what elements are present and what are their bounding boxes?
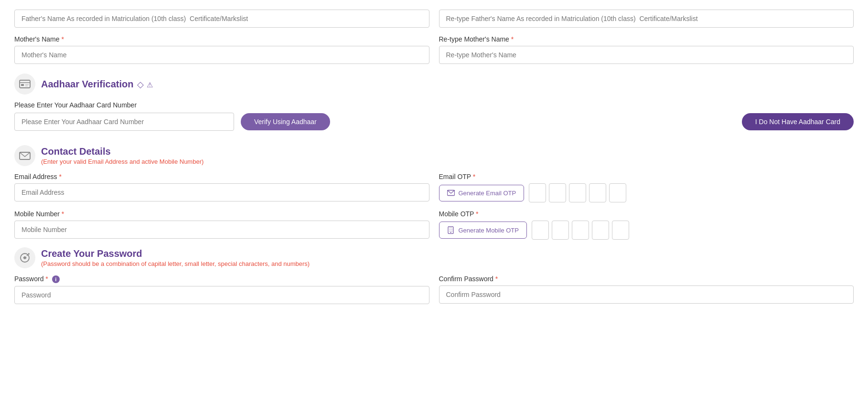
- password-label: Password * i: [14, 275, 429, 283]
- retype-fathers-name-col: [439, 10, 854, 28]
- mobile-otp-icon: [447, 226, 455, 234]
- password-col: Password * i: [14, 275, 429, 304]
- password-section-header: Create Your Password (Password should be…: [14, 247, 854, 268]
- email-label: Email Address *: [14, 173, 429, 180]
- password-row: Password * i Confirm Password *: [14, 275, 854, 304]
- retype-mothers-name-required: *: [511, 35, 514, 43]
- fathers-name-input[interactable]: [14, 10, 429, 28]
- aadhaar-title-wrap: Aadhaar Verification ◇ ⚠: [41, 79, 153, 90]
- contact-section-subtitle: (Enter your valid Email Address and acti…: [41, 158, 204, 165]
- mobile-otp-required: *: [476, 210, 478, 218]
- contact-title-wrap: Contact Details (Enter your valid Email …: [41, 146, 204, 165]
- mobile-col: Mobile Number *: [14, 210, 429, 240]
- contact-icon: [14, 145, 35, 166]
- mobile-label: Mobile Number *: [14, 210, 429, 218]
- mobile-otp-box-3[interactable]: [572, 221, 589, 240]
- mobile-otp-section: Generate Mobile OTP: [439, 221, 854, 240]
- mothers-name-label: Mother's Name *: [14, 35, 429, 43]
- email-otp-section: Generate Email OTP: [439, 183, 854, 202]
- email-otp-boxes: [529, 183, 626, 202]
- retype-mothers-name-input[interactable]: [439, 46, 854, 64]
- mobile-otp-box-2[interactable]: [552, 221, 569, 240]
- svg-rect-2: [21, 84, 24, 86]
- password-input[interactable]: [14, 286, 429, 304]
- mobile-otp-box-5[interactable]: [612, 221, 629, 240]
- aadhaar-input-row: Verify Using Aadhaar I Do Not Have Aadha…: [14, 113, 854, 131]
- generate-email-otp-button[interactable]: Generate Email OTP: [439, 185, 525, 201]
- confirm-password-label: Confirm Password *: [439, 275, 854, 283]
- email-otp-box-1[interactable]: [529, 183, 546, 202]
- confirm-password-input[interactable]: [439, 285, 854, 304]
- email-row: Email Address * Email OTP * Generate Ema…: [14, 173, 854, 202]
- mobile-input[interactable]: [14, 221, 429, 239]
- email-otp-required: *: [473, 173, 475, 180]
- confirm-password-required: *: [495, 275, 498, 283]
- aadhaar-icon: [14, 74, 35, 95]
- aadhaar-input[interactable]: [14, 113, 234, 131]
- aadhaar-section-header: Aadhaar Verification ◇ ⚠: [14, 74, 854, 95]
- password-title-wrap: Create Your Password (Password should be…: [41, 248, 310, 267]
- warning-icon: ⚠: [147, 81, 153, 89]
- fathers-name-row: [14, 10, 854, 28]
- mothers-name-input[interactable]: [14, 46, 429, 64]
- email-otp-box-5[interactable]: [609, 183, 626, 202]
- mothers-name-col: Mother's Name *: [14, 35, 429, 64]
- aadhaar-input-wrap: [14, 113, 234, 131]
- generate-mobile-otp-button[interactable]: Generate Mobile OTP: [439, 222, 527, 239]
- verify-aadhaar-button[interactable]: Verify Using Aadhaar: [241, 113, 330, 130]
- email-otp-box-4[interactable]: [589, 183, 606, 202]
- mobile-required: *: [62, 210, 64, 218]
- fathers-name-col: [14, 10, 429, 28]
- mobile-otp-box-1[interactable]: [532, 221, 549, 240]
- retype-mothers-name-label: Re-type Mother's Name *: [439, 35, 854, 43]
- password-section-subtitle: (Password should be a combination of cap…: [41, 260, 310, 267]
- mothers-name-row: Mother's Name * Re-type Mother's Name *: [14, 35, 854, 64]
- email-otp-col: Email OTP * Generate Email OTP: [439, 173, 854, 202]
- email-required: *: [59, 173, 61, 180]
- contact-section-title: Contact Details: [41, 146, 204, 157]
- email-otp-label: Email OTP *: [439, 173, 854, 180]
- password-section-title: Create Your Password: [41, 248, 310, 259]
- password-icon: [14, 247, 35, 268]
- password-required: *: [45, 275, 48, 283]
- mobile-otp-box-4[interactable]: [592, 221, 609, 240]
- mobile-row: Mobile Number * Mobile OTP * Generate: [14, 210, 854, 240]
- retype-mothers-name-col: Re-type Mother's Name *: [439, 35, 854, 64]
- page-container: Mother's Name * Re-type Mother's Name *: [0, 0, 868, 412]
- mobile-otp-label: Mobile OTP *: [439, 210, 854, 218]
- password-info-icon[interactable]: i: [52, 275, 60, 283]
- aadhaar-section-title: Aadhaar Verification: [41, 79, 133, 89]
- svg-point-11: [24, 257, 26, 259]
- email-otp-box-3[interactable]: [569, 183, 586, 202]
- contact-section-header: Contact Details (Enter your valid Email …: [14, 145, 854, 166]
- email-otp-box-2[interactable]: [549, 183, 566, 202]
- email-input[interactable]: [14, 183, 429, 201]
- email-otp-icon: [447, 190, 455, 196]
- svg-rect-0: [20, 80, 30, 88]
- email-col: Email Address *: [14, 173, 429, 202]
- svg-rect-9: [449, 227, 452, 228]
- svg-rect-8: [450, 232, 451, 233]
- aadhaar-card-label: Please Enter Your Aadhaar Card Number: [14, 101, 854, 109]
- mobile-otp-boxes: [532, 221, 629, 240]
- diamond-icon: ◇: [137, 80, 144, 89]
- no-aadhaar-button[interactable]: I Do Not Have Aadhaar Card: [742, 113, 854, 130]
- mobile-otp-col: Mobile OTP * Generate Mobile OTP: [439, 210, 854, 240]
- retype-fathers-name-input[interactable]: [439, 10, 854, 28]
- mothers-name-required: *: [61, 35, 64, 43]
- confirm-password-col: Confirm Password *: [439, 275, 854, 304]
